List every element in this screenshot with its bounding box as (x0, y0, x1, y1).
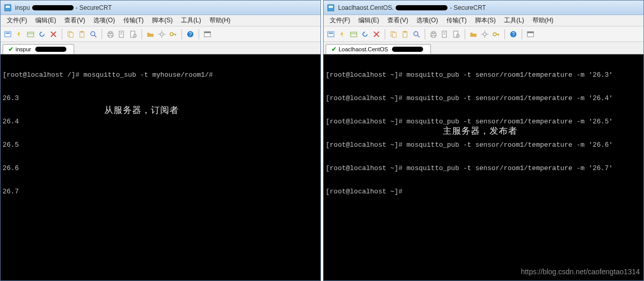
toolbar-separator (505, 29, 505, 39)
quick-connect-icon[interactable] (337, 29, 347, 39)
disconnect-icon[interactable] (371, 29, 382, 39)
terminal-right[interactable]: [root@localhost ~]# mosquitto_pub -t sen… (324, 54, 643, 280)
window-title-right: Loaclhaost.CentOS. - SecureCRT (338, 4, 486, 11)
new-session-icon[interactable] (3, 29, 13, 39)
tabbar-left: ✔ inspur (1, 42, 320, 54)
menu-options[interactable]: 选项(O) (90, 15, 118, 26)
menu-edit[interactable]: 编辑(E) (32, 15, 59, 26)
svg-rect-16 (109, 32, 112, 33)
svg-rect-37 (328, 32, 334, 37)
copy-icon[interactable] (388, 29, 399, 39)
toolbar-separator (142, 29, 142, 39)
toolbar-separator (465, 29, 465, 39)
terminal-line: 26.3 (3, 94, 318, 102)
tab-label: Loaclhaost.CentOS (339, 46, 388, 52)
svg-rect-36 (329, 6, 333, 8)
svg-rect-17 (109, 35, 112, 37)
reconnect-icon[interactable] (360, 29, 370, 39)
svg-rect-1 (6, 6, 10, 8)
menu-help[interactable]: 帮助(H) (206, 15, 234, 26)
copy-icon[interactable] (65, 29, 76, 39)
quick-connect-icon[interactable] (14, 29, 24, 39)
menu-script[interactable]: 脚本(S) (149, 15, 176, 26)
menu-view[interactable]: 查看(V) (61, 15, 88, 26)
titlebar-left[interactable]: inspu - SecureCRT (1, 1, 320, 15)
paste-icon[interactable] (400, 29, 410, 39)
svg-line-14 (94, 35, 96, 37)
toolbar-separator (181, 29, 182, 39)
dialog-icon[interactable] (525, 29, 536, 39)
svg-point-63 (493, 33, 496, 36)
menu-file[interactable]: 文件(F) (4, 15, 30, 26)
disconnect-icon[interactable] (48, 29, 59, 39)
app-icon (4, 4, 12, 12)
open-folder-icon[interactable] (468, 29, 479, 39)
dialog-icon[interactable] (202, 29, 213, 39)
tab-session-right[interactable]: ✔ Loaclhaost.CentOS (326, 44, 431, 54)
annotation-left: 从服务器，订阅者 (104, 106, 179, 114)
menu-help[interactable]: 帮助(H) (529, 15, 557, 26)
annotation-right: 主服务器，发布者 (443, 127, 517, 135)
help-icon[interactable]: ? (185, 29, 195, 39)
menu-options[interactable]: 选项(O) (413, 15, 441, 26)
settings-icon[interactable] (480, 29, 490, 39)
terminal-left[interactable]: [root@localhost /]# mosquitto_sub -t myh… (1, 54, 320, 280)
find-icon[interactable] (411, 29, 422, 39)
menu-tools[interactable]: 工具(L) (501, 15, 527, 26)
print-icon[interactable] (428, 29, 439, 39)
menu-transfer[interactable]: 传输(T) (443, 15, 470, 26)
terminal-line: [root@localhost ~]# mosquitto_pub -t sen… (326, 118, 641, 125)
svg-rect-40 (351, 32, 357, 37)
print-icon[interactable] (105, 29, 116, 39)
svg-rect-69 (527, 32, 534, 33)
svg-rect-47 (404, 31, 406, 33)
properties-icon[interactable] (451, 29, 461, 39)
title-prefix: Loaclhaost.CentOS. (338, 4, 394, 11)
titlebar-right[interactable]: Loaclhaost.CentOS. - SecureCRT (324, 1, 643, 15)
svg-rect-34 (204, 32, 211, 33)
menu-tools[interactable]: 工具(L) (178, 15, 204, 26)
svg-text:?: ? (512, 32, 515, 37)
menu-transfer[interactable]: 传输(T) (120, 15, 147, 26)
reconnect-icon[interactable] (37, 29, 47, 39)
tab-session-left[interactable]: ✔ inspur (3, 44, 74, 54)
key-icon[interactable] (168, 29, 178, 39)
help-icon[interactable]: ? (508, 29, 519, 39)
watermark: https://blog.csdn.net/caofengtao1314 (521, 268, 640, 276)
new-session-icon[interactable] (326, 29, 336, 39)
menu-view[interactable]: 查看(V) (384, 15, 411, 26)
window-right: Loaclhaost.CentOS. - SecureCRT 文件(F) 编辑(… (323, 0, 644, 281)
menu-edit[interactable]: 编辑(E) (355, 15, 382, 26)
svg-rect-52 (432, 35, 435, 37)
title-suffix: - SecureCRT (76, 4, 112, 11)
svg-rect-5 (27, 32, 34, 37)
page-setup-icon[interactable] (440, 29, 450, 39)
window-left: inspu - SecureCRT 文件(F) 编辑(E) 查看(V) 选项(O… (0, 0, 321, 281)
page-setup-icon[interactable] (117, 29, 127, 39)
properties-icon[interactable] (128, 29, 138, 39)
key-icon[interactable] (491, 29, 501, 39)
window-title-left: inspu - SecureCRT (15, 4, 111, 11)
session-mgr-icon[interactable] (348, 29, 359, 39)
open-folder-icon[interactable] (145, 29, 156, 39)
svg-text:?: ? (189, 32, 192, 37)
svg-rect-2 (5, 32, 11, 37)
session-mgr-icon[interactable] (25, 29, 36, 39)
terminal-line: [root@localhost /]# mosquitto_sub -t myh… (3, 71, 318, 79)
settings-icon[interactable] (157, 29, 167, 39)
redacted-text (396, 5, 447, 10)
menu-file[interactable]: 文件(F) (327, 15, 353, 26)
svg-point-48 (414, 32, 418, 36)
svg-point-13 (91, 32, 95, 36)
svg-rect-38 (329, 33, 333, 34)
svg-rect-45 (393, 33, 396, 37)
paste-icon[interactable] (77, 29, 87, 39)
find-icon[interactable] (88, 29, 99, 39)
menubar-right: 文件(F) 编辑(E) 查看(V) 选项(O) 传输(T) 脚本(S) 工具(L… (324, 15, 643, 26)
toolbar-left: ? (1, 26, 320, 42)
menu-script[interactable]: 脚本(S) (472, 15, 499, 26)
terminal-line: 26.4 (3, 118, 318, 125)
svg-line-49 (417, 35, 419, 37)
toolbar-right: ? (324, 26, 643, 42)
terminal-line: [root@localhost ~]# mosquitto_pub -t sen… (326, 71, 641, 79)
